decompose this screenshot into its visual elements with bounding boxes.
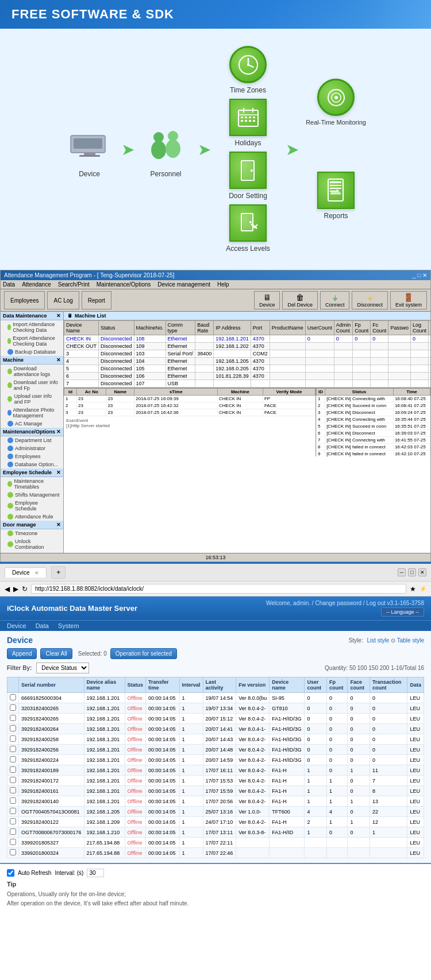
- th-comm-type: Comm type: [166, 321, 195, 335]
- sidebar-rule[interactable]: Attendance Rule: [1, 513, 63, 521]
- sidebar-machine: Machine✕ Download attendance logs Downlo…: [1, 356, 63, 428]
- sidebar-db[interactable]: Database Option...: [1, 460, 63, 468]
- new-tab-btn[interactable]: +: [51, 566, 66, 579]
- menu-help[interactable]: Help: [217, 281, 229, 288]
- device-icon-box: [67, 121, 113, 167]
- sidebar-employees[interactable]: Employees: [1, 452, 63, 460]
- row-checkbox[interactable]: [10, 735, 16, 742]
- btn-connect[interactable]: ⏚Connect: [320, 291, 350, 309]
- row-checkbox[interactable]: [10, 787, 16, 793]
- interval-input[interactable]: 30: [87, 869, 104, 877]
- browser-tab[interactable]: Device ✕: [5, 567, 47, 578]
- language-btn[interactable]: -- Language --: [381, 607, 424, 617]
- btn-disconnect[interactable]: ⏚Disconnect: [352, 291, 388, 309]
- filter-select[interactable]: Device Status: [36, 663, 89, 673]
- nav-data[interactable]: Data: [36, 622, 49, 629]
- row-checkbox[interactable]: [10, 797, 16, 804]
- tab-aclog[interactable]: AC Log: [47, 291, 79, 309]
- row-checkbox[interactable]: [10, 839, 16, 845]
- sw-time: 16:53:13: [205, 555, 225, 560]
- sidebar-header-sched: Employee Schedule✕: [1, 468, 63, 477]
- machine-row: CHECK OUTDisconnected109Ethernet192.168.…: [64, 343, 431, 350]
- tab-close-btn[interactable]: ✕: [34, 570, 39, 576]
- clear-all-btn[interactable]: Clear All: [40, 648, 72, 659]
- header-banner: FREE SOFTWARE & SDK: [0, 0, 431, 29]
- menu-data[interactable]: Data: [3, 281, 15, 288]
- btn-del-device[interactable]: 🗑Del Device: [282, 291, 318, 309]
- device-table-container[interactable]: Serial numberDevice alias nameStatusTran…: [7, 677, 424, 858]
- sidebar-export[interactable]: Export Attendance Checking Data: [1, 334, 63, 348]
- row-checkbox[interactable]: [10, 849, 16, 855]
- operation-btn[interactable]: Operation for selected: [110, 648, 177, 659]
- row-checkbox[interactable]: [10, 808, 16, 814]
- sidebar-emp-sched[interactable]: Employee Schedule: [1, 499, 63, 513]
- sw-status-log: ID Status Time 1[CHECK IN] Connecting wi…: [315, 388, 430, 456]
- sidebar-upload-user[interactable]: Upload user info and FP: [1, 392, 63, 406]
- web-table-row: 3929182400172192.168.1.201Offline00:00:1…: [7, 776, 424, 786]
- sidebar-timetable[interactable]: Maintenance Timetables: [1, 477, 63, 491]
- append-btn[interactable]: Append: [7, 648, 37, 659]
- app-title: iClock Automatic Data Master Server: [7, 604, 137, 613]
- row-checkbox[interactable]: [10, 746, 16, 752]
- row-checkbox[interactable]: [10, 818, 16, 824]
- auto-refresh-checkbox[interactable]: [7, 869, 14, 877]
- sidebar-download-user[interactable]: Download user info and Fp: [1, 378, 63, 392]
- row-checkbox[interactable]: [10, 777, 16, 783]
- row-checkbox[interactable]: [10, 828, 16, 835]
- forward-btn[interactable]: ▶: [13, 585, 18, 593]
- lh-machine: Machine: [218, 389, 263, 396]
- row-checkbox[interactable]: [10, 704, 16, 711]
- table-style-btn[interactable]: Table style: [397, 637, 424, 644]
- tab-report[interactable]: Report: [82, 291, 111, 309]
- machine-table-container[interactable]: Device Name Status MachineNo. Comm type …: [64, 320, 430, 388]
- status-scroll[interactable]: ID Status Time 1[CHECK IN] Connecting wi…: [316, 388, 430, 456]
- btn-exit[interactable]: 🚪Exit system: [390, 291, 427, 309]
- arrow-2: ➤: [198, 140, 211, 159]
- menu-search[interactable]: Search/Print: [58, 281, 90, 288]
- machine-list-header: 🖥 Machine List: [64, 312, 430, 320]
- machine-row: 4Disconnected104Ethernet192.168.1.205437…: [64, 358, 431, 365]
- minimize-btn[interactable]: ─: [398, 568, 406, 576]
- interval-label: Interval: (s): [55, 870, 83, 876]
- sidebar-ac[interactable]: AC Manage: [1, 420, 63, 428]
- sidebar-dept[interactable]: Department List: [1, 436, 63, 444]
- nav-system[interactable]: System: [58, 622, 79, 629]
- row-checkbox[interactable]: [10, 766, 16, 773]
- log-scroll[interactable]: Id Ac No Name sTime Machine Verify Mode …: [64, 388, 315, 456]
- sidebar-photo[interactable]: Attendance Photo Management: [1, 406, 63, 420]
- svg-rect-17: [245, 117, 247, 118]
- row-checkbox[interactable]: [10, 725, 16, 731]
- sidebar-import[interactable]: Import Attendance Checking Data: [1, 320, 63, 334]
- menu-maintenance[interactable]: Maintenance/Options: [97, 281, 151, 288]
- sw-menubar: Data Attendance Search/Print Maintenance…: [1, 280, 430, 289]
- sidebar-schedule: Employee Schedule✕ Maintenance Timetable…: [1, 468, 63, 521]
- timezones-label: Time Zones: [230, 86, 266, 94]
- close-btn[interactable]: ✕: [418, 568, 426, 576]
- svg-rect-38: [330, 185, 341, 186]
- th-ip: IP Address: [214, 321, 251, 335]
- sidebar-unlock[interactable]: Unlock Combination: [1, 537, 63, 551]
- row-checkbox[interactable]: [10, 715, 16, 721]
- sidebar-backup[interactable]: Backup Database: [1, 348, 63, 356]
- tip-text: Operations, Usually only for the on-line…: [7, 890, 424, 908]
- tab-employees[interactable]: Employees: [4, 291, 45, 309]
- sidebar-timezone[interactable]: Timezone: [1, 529, 63, 537]
- sidebar-acpriv[interactable]: Access Control Privilege: [1, 551, 63, 553]
- sidebar-shifts[interactable]: Shifts Management: [1, 491, 63, 499]
- back-btn[interactable]: ◀: [5, 585, 10, 593]
- sidebar-download-logs[interactable]: Download attendance logs: [1, 365, 63, 378]
- url-input[interactable]: http://192.168.1.88:8082/iclock/data/icl…: [31, 584, 406, 594]
- refresh-btn[interactable]: ↻: [22, 585, 28, 593]
- row-checkbox[interactable]: [10, 756, 16, 762]
- menu-attendance[interactable]: Attendance: [22, 281, 51, 288]
- nav-device[interactable]: Device: [7, 622, 26, 629]
- tip-text-content: Operations, Usually only for the on-line…: [7, 891, 188, 907]
- list-style-btn[interactable]: List style: [367, 637, 389, 644]
- menu-device[interactable]: Device management: [157, 281, 210, 288]
- bookmark-btn[interactable]: ★: [410, 585, 416, 593]
- maximize-btn[interactable]: □: [408, 568, 416, 576]
- row-checkbox[interactable]: [10, 694, 16, 700]
- sidebar-admin[interactable]: Administrator: [1, 444, 63, 452]
- app-header: iClock Automatic Data Master Server Welc…: [0, 596, 431, 620]
- btn-device[interactable]: 🖥Device: [254, 291, 280, 309]
